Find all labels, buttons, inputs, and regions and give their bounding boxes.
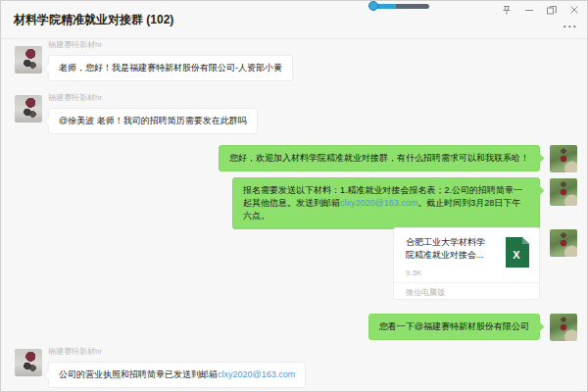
file-size: 9.5K <box>406 269 421 277</box>
chat-title: 材料学院精准就业对接群 (102) <box>14 12 173 28</box>
file-card-divider <box>394 282 539 283</box>
avatar[interactable] <box>15 46 42 74</box>
restore-icon[interactable] <box>545 3 559 17</box>
sender-name: 福建赛特新材hr <box>48 93 102 103</box>
avatar[interactable] <box>15 95 42 122</box>
message-bubble: 老师，您好！我是福建赛特新材股份有限公司-人资部小黄 <box>48 55 293 81</box>
message-bubble: 公司的营业执照和招聘简章已发送到邮箱clxy2020@163.com <box>48 362 306 388</box>
excel-file-icon: X <box>506 237 529 271</box>
titlebar-divider <box>1 38 587 39</box>
avatar[interactable] <box>15 349 42 376</box>
more-options-icon[interactable]: ··· <box>564 22 579 31</box>
sender-name: 福建赛特新材hr <box>48 347 102 357</box>
pin-icon[interactable] <box>500 3 514 17</box>
minimize-icon[interactable] <box>522 3 536 17</box>
email-link[interactable]: clxy2020@163.com <box>218 369 295 379</box>
message-bubble: @徐美波 老师！我司的招聘简历需要发在此群吗 <box>48 108 258 134</box>
scrub-slider-track[interactable] <box>374 4 429 9</box>
file-title: 合肥工业大学材料学院精准就业对接会... <box>406 236 488 262</box>
svg-text:X: X <box>513 249 520 261</box>
wechat-group-chat-window: 材料学院精准就业对接群 (102) <box>0 0 588 392</box>
file-source: 微信电脑版 <box>406 287 445 298</box>
close-icon[interactable] <box>567 3 581 17</box>
avatar[interactable] <box>550 229 577 257</box>
avatar[interactable] <box>550 178 577 206</box>
window-controls <box>500 3 581 17</box>
avatar[interactable] <box>550 314 577 341</box>
email-link[interactable]: clxy2020@163.com <box>340 198 417 208</box>
message-bubble: 您好，欢迎加入材料学院精准就业对接群，有什么招聘需求可以和我联系哈！ <box>219 145 540 172</box>
message-bubble: 您看一下@福建赛特新材股份有限公司 <box>368 314 540 340</box>
file-message-card[interactable]: 合肥工业大学材料学院精准就业对接会... 9.5K X 微信电脑版 <box>393 227 540 300</box>
avatar[interactable] <box>550 145 577 172</box>
scrub-slider-knob[interactable] <box>368 1 378 11</box>
sender-name: 福建赛特新材hr <box>48 40 102 50</box>
message-bubble: 报名需要发送以下材料：1.精准就业对接会报名表；2.公司的招聘简章一起其他信息。… <box>232 177 540 229</box>
message-text: 公司的营业执照和招聘简章已发送到邮箱 <box>59 369 218 379</box>
